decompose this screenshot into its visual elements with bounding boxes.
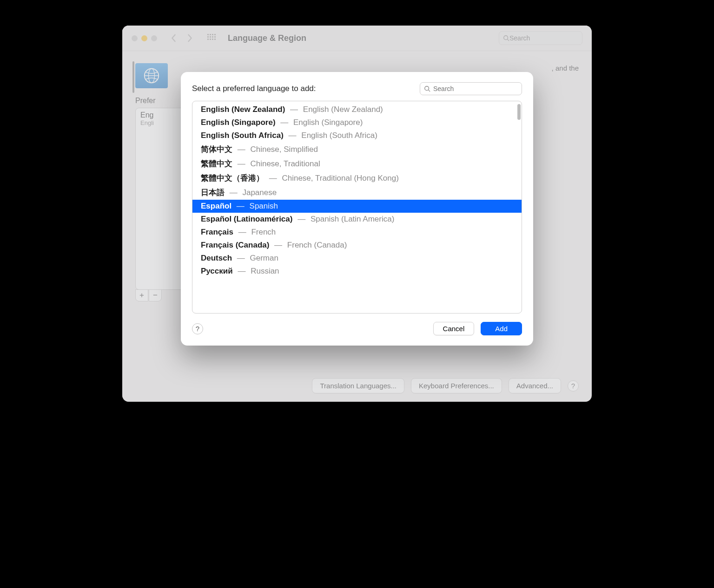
language-english: English (South Africa): [301, 131, 377, 140]
language-native: 繁體中文（香港）: [201, 174, 264, 183]
language-row[interactable]: Français (Canada) — French (Canada): [192, 239, 522, 252]
search-icon: [424, 85, 430, 92]
language-english: Chinese, Simplified: [250, 145, 318, 154]
language-english: Chinese, Traditional (Hong Kong): [282, 174, 398, 183]
language-list[interactable]: English (New Zealand) — English (New Zea…: [192, 101, 522, 313]
language-row[interactable]: 日本語 — Japanese: [192, 185, 522, 200]
separator: —: [235, 254, 247, 262]
language-native: Español: [201, 202, 231, 210]
separator: —: [295, 215, 307, 223]
separator: —: [236, 228, 248, 236]
separator: —: [235, 159, 247, 168]
system-preferences-window: Language & Region , and the Prefer Eng E…: [122, 26, 592, 402]
separator: —: [227, 188, 239, 197]
language-row[interactable]: 简体中文 — Chinese, Simplified: [192, 142, 522, 157]
separator: —: [286, 131, 298, 140]
language-native: Español (Latinoamérica): [201, 215, 292, 223]
separator: —: [235, 145, 247, 154]
add-language-sheet: Select a preferred language to add: Engl…: [181, 72, 533, 346]
language-native: English (South Africa): [201, 131, 284, 140]
cancel-button[interactable]: Cancel: [433, 322, 475, 335]
language-row[interactable]: Español — Spanish: [192, 200, 522, 213]
language-native: Русский: [201, 267, 233, 275]
separator: —: [272, 241, 284, 249]
language-english: French (Canada): [287, 241, 347, 249]
separator: —: [234, 202, 246, 210]
separator: —: [236, 267, 248, 275]
language-native: Français: [201, 228, 233, 236]
language-native: Français (Canada): [201, 241, 269, 249]
svg-line-6: [429, 90, 430, 92]
language-row[interactable]: 繁體中文 — Chinese, Traditional: [192, 157, 522, 171]
language-native: English (New Zealand): [201, 105, 285, 114]
language-native: 日本語: [201, 188, 225, 197]
language-row[interactable]: Русский — Russian: [192, 265, 522, 278]
sheet-search-input[interactable]: [433, 85, 518, 92]
sheet-search[interactable]: [420, 82, 522, 95]
language-english: Spanish (Latin America): [311, 215, 394, 223]
language-english: Spanish: [250, 202, 278, 210]
language-english: Chinese, Traditional: [250, 159, 320, 168]
add-button[interactable]: Add: [481, 322, 522, 335]
language-native: English (Singapore): [201, 118, 276, 127]
language-row[interactable]: English (New Zealand) — English (New Zea…: [192, 103, 522, 116]
sheet-title: Select a preferred language to add:: [192, 84, 316, 93]
separator: —: [278, 118, 291, 127]
svg-point-5: [425, 86, 429, 91]
language-native: 简体中文: [201, 145, 232, 154]
language-row[interactable]: Deutsch — German: [192, 252, 522, 265]
language-english: Russian: [251, 267, 279, 275]
language-english: French: [251, 228, 276, 236]
language-native: Deutsch: [201, 254, 232, 262]
language-row[interactable]: Français — French: [192, 226, 522, 239]
separator: —: [288, 105, 300, 114]
sheet-help-button[interactable]: ?: [192, 323, 203, 334]
language-english: German: [250, 254, 278, 262]
language-row[interactable]: 繁體中文（香港） — Chinese, Traditional (Hong Ko…: [192, 171, 522, 185]
separator: —: [267, 174, 279, 183]
language-native: 繁體中文: [201, 159, 232, 168]
scrollbar-thumb[interactable]: [517, 104, 521, 120]
language-row[interactable]: English (Singapore) — English (Singapore…: [192, 116, 522, 129]
language-english: English (New Zealand): [303, 105, 383, 114]
language-list-container: English (New Zealand) — English (New Zea…: [192, 101, 522, 314]
language-row[interactable]: English (South Africa) — English (South …: [192, 129, 522, 142]
language-english: Japanese: [242, 188, 277, 197]
language-english: English (Singapore): [293, 118, 363, 127]
language-row[interactable]: Español (Latinoamérica) — Spanish (Latin…: [192, 213, 522, 226]
